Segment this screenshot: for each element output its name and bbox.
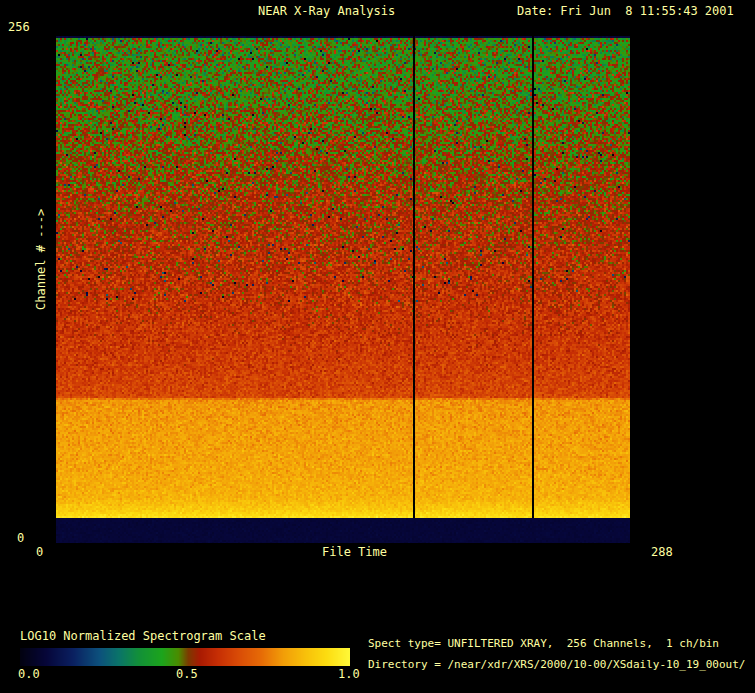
spect-type-label: Spect type= UNFILTERED XRAY, 256 Channel…	[368, 637, 719, 651]
colorbar-tick-max: 1.0	[338, 667, 360, 681]
y-axis-min-label: 0	[17, 531, 24, 545]
y-axis-max-label: 256	[8, 20, 30, 34]
colorbar-tick-min: 0.0	[18, 667, 40, 681]
colorbar-title: LOG10 Normalized Spectrogram Scale	[20, 629, 266, 643]
x-axis-title: File Time	[322, 545, 387, 559]
y-axis-title: Channel # --->	[34, 200, 48, 310]
colorbar	[20, 648, 350, 666]
colorbar-tick-mid: 0.5	[176, 667, 198, 681]
x-axis-min-label: 0	[36, 545, 43, 559]
date-label: Date: Fri Jun 8 11:55:43 2001	[517, 4, 734, 18]
x-axis-max-label: 288	[651, 545, 673, 559]
directory-label: Directory = /near/xdr/XRS/2000/10-00/XSd…	[368, 658, 746, 672]
chart-title: NEAR X-Ray Analysis	[258, 4, 395, 18]
spectrogram-canvas	[56, 36, 630, 543]
